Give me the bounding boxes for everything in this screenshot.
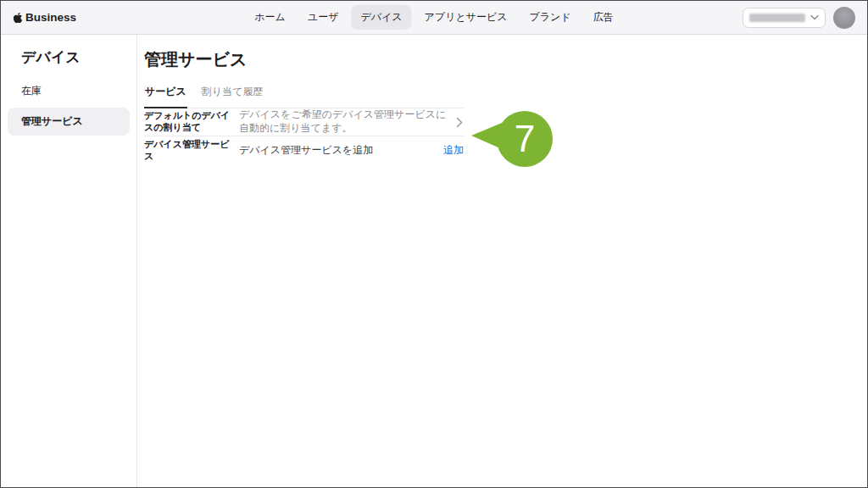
nav-item-branding[interactable]: ブランド (520, 5, 581, 30)
tab-services[interactable]: サービス (144, 85, 187, 108)
nav-item-apps-services[interactable]: アプリとサービス (415, 5, 517, 30)
page-body: デバイス 在庫 管理サービス 管理サービス サービス 割り当て履歴 デフォルトの… (1, 35, 867, 487)
sidebar: デバイス 在庫 管理サービス (1, 35, 137, 487)
nav-item-ads[interactable]: 広告 (584, 5, 623, 30)
page-title: 管理サービス (144, 48, 867, 71)
nav-item-home[interactable]: ホーム (245, 5, 295, 30)
main-content: 管理サービス サービス 割り当て履歴 デフォルトのデバイスの割り当て デバイスを… (137, 35, 867, 487)
account-dropdown[interactable] (743, 8, 826, 28)
setting-row-default-device-assignment[interactable]: デフォルトのデバイスの割り当て デバイスをご希望のデバイス管理サービスに自動的に… (144, 108, 464, 136)
top-navigation-bar: Business ホーム ユーザ デバイス アプリとサービス ブランド 広告 (1, 1, 867, 35)
account-name-redacted (749, 14, 805, 22)
chevron-down-icon (810, 14, 819, 20)
setting-label: デフォルトのデバイスの割り当て (144, 110, 239, 134)
setting-value: デバイス管理サービスを追加 (239, 144, 443, 158)
topnav-right (743, 7, 855, 29)
chevron-right-icon[interactable] (455, 117, 464, 128)
setting-label: デバイス管理サービス (144, 139, 239, 163)
app-window: Business ホーム ユーザ デバイス アプリとサービス ブランド 広告 デ… (0, 0, 868, 488)
sidebar-item-management-services[interactable]: 管理サービス (8, 108, 130, 136)
tab-bar: サービス 割り当て履歴 (144, 85, 464, 108)
add-link[interactable]: 追加 (443, 143, 464, 158)
settings-panel: サービス 割り当て履歴 デフォルトのデバイスの割り当て デバイスをご希望のデバイ… (144, 85, 464, 164)
avatar[interactable] (833, 7, 855, 29)
sidebar-title: デバイス (8, 47, 130, 67)
setting-description: デバイスをご希望のデバイス管理サービスに自動的に割り当てます。 (239, 108, 455, 135)
brand: Business (13, 11, 76, 24)
primary-nav: ホーム ユーザ デバイス アプリとサービス ブランド 広告 (245, 1, 622, 34)
nav-item-users[interactable]: ユーザ (298, 5, 348, 30)
setting-row-device-management-services: デバイス管理サービス デバイス管理サービスを追加 追加 (144, 136, 464, 164)
sidebar-item-inventory[interactable]: 在庫 (8, 77, 130, 105)
nav-item-devices[interactable]: デバイス (351, 5, 411, 30)
tab-assignment-history[interactable]: 割り当て履歴 (201, 85, 264, 108)
apple-logo-icon (13, 12, 23, 24)
brand-label: Business (25, 11, 76, 24)
